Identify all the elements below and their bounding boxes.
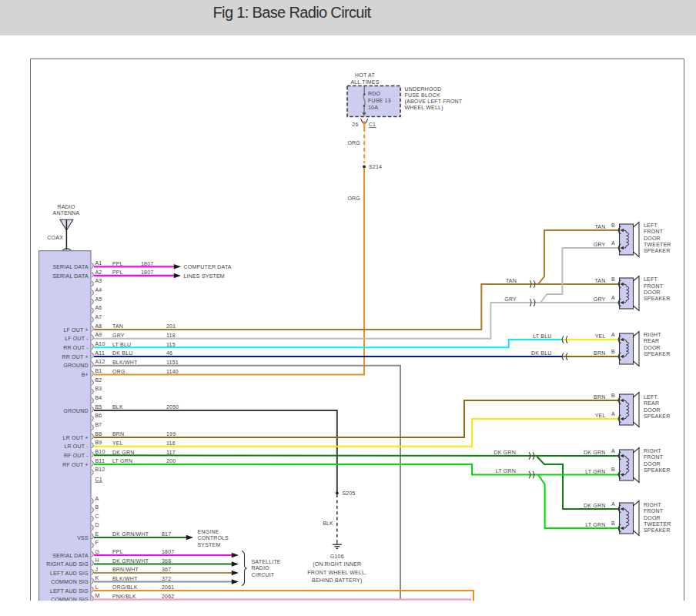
svg-text:ANTENNA: ANTENNA [53, 210, 80, 216]
svg-text:L: L [95, 584, 99, 590]
svg-text:PPL: PPL [112, 261, 123, 266]
svg-text:SPEAKER: SPEAKER [644, 296, 670, 301]
svg-text:B9: B9 [95, 440, 102, 445]
svg-text:CIRCUIT: CIRCUIT [252, 572, 275, 578]
svg-text:GRY: GRY [504, 296, 517, 302]
svg-text:TWEETER: TWEETER [644, 242, 671, 247]
svg-text:RIGHT AUD SIG: RIGHT AUD SIG [46, 561, 89, 567]
svg-text:116: 116 [166, 440, 176, 446]
svg-text:DOOR: DOOR [644, 236, 661, 241]
svg-text:COMMON SIG: COMMON SIG [51, 597, 89, 602]
svg-text:A3: A3 [95, 278, 102, 283]
svg-text:A4: A4 [95, 287, 102, 293]
svg-text:(ON RIGHT INNER: (ON RIGHT INNER [313, 561, 361, 567]
svg-text:LEFT AUD SIG: LEFT AUD SIG [50, 588, 89, 594]
svg-text:H: H [95, 557, 99, 563]
svg-text:LR OUT +: LR OUT + [63, 435, 89, 440]
svg-text:B: B [611, 276, 615, 282]
svg-text:SYSTEM: SYSTEM [198, 542, 221, 547]
svg-text:B: B [611, 467, 615, 472]
svg-text:RF OUT -: RF OUT - [64, 453, 89, 458]
svg-text:ORG/BLK: ORG/BLK [112, 584, 138, 590]
svg-text:DOOR: DOOR [644, 515, 661, 521]
svg-text:SPEAKER: SPEAKER [644, 351, 670, 357]
svg-text:B1: B1 [95, 368, 102, 373]
svg-text:A10: A10 [95, 341, 105, 346]
svg-text:118: 118 [166, 333, 176, 338]
svg-text:117: 117 [166, 450, 176, 455]
svg-text:2062: 2062 [162, 594, 174, 599]
svg-text:TAN: TAN [594, 278, 605, 283]
svg-text:LT BLU: LT BLU [112, 342, 131, 347]
svg-text:B: B [611, 393, 615, 398]
svg-text:B11: B11 [95, 458, 105, 464]
svg-text:SPEAKER: SPEAKER [644, 527, 670, 533]
svg-text:DK GRN/WHT: DK GRN/WHT [112, 531, 149, 537]
svg-text:LEFT: LEFT [644, 394, 658, 400]
svg-text:B: B [611, 521, 615, 526]
svg-text:BRN: BRN [594, 350, 605, 356]
svg-text:FRONT: FRONT [644, 454, 664, 460]
svg-text:UNDERHOOD: UNDERHOOD [405, 86, 442, 92]
svg-text:DOOR: DOOR [644, 461, 661, 467]
svg-text:FRONT: FRONT [644, 229, 664, 234]
svg-text:SERIAL DATA: SERIAL DATA [52, 264, 89, 270]
svg-text:B8: B8 [95, 431, 102, 437]
svg-text:FRONT WHEEL WELL,: FRONT WHEEL WELL, [307, 570, 366, 575]
svg-text:B7: B7 [95, 422, 102, 427]
svg-text:SPEAKER: SPEAKER [644, 467, 670, 473]
svg-text:A: A [95, 496, 99, 501]
svg-text:B: B [611, 349, 615, 354]
svg-text:1807: 1807 [141, 270, 153, 275]
svg-text:1140: 1140 [166, 369, 179, 374]
svg-text:DK GRN: DK GRN [584, 503, 605, 508]
svg-text:RIGHT: RIGHT [644, 502, 661, 507]
svg-text:A: A [611, 332, 615, 337]
svg-text:K: K [95, 575, 99, 581]
svg-text:A7: A7 [95, 314, 102, 320]
svg-text:YEL: YEL [595, 413, 606, 418]
svg-text:A11: A11 [95, 350, 105, 356]
svg-text:LR OUT -: LR OUT - [64, 444, 89, 449]
svg-text:GRY: GRY [594, 242, 606, 247]
svg-text:TAN: TAN [112, 323, 123, 329]
svg-text:ENGINE: ENGINE [198, 529, 219, 534]
svg-text:A: A [611, 295, 615, 300]
svg-text:LT BLU: LT BLU [533, 333, 551, 339]
svg-text:COMMON SIG: COMMON SIG [51, 579, 89, 584]
svg-text:RR OUT -: RR OUT - [63, 345, 89, 350]
svg-text:PPL: PPL [112, 549, 123, 554]
svg-text:C1: C1 [369, 122, 376, 127]
svg-text:ORG: ORG [112, 369, 125, 374]
svg-text:PPL: PPL [112, 270, 123, 275]
svg-text:TAN: TAN [506, 278, 517, 283]
svg-text:2050: 2050 [166, 404, 179, 410]
svg-text:RIGHT: RIGHT [644, 332, 661, 337]
svg-text:B+: B+ [82, 372, 89, 377]
svg-text:B10: B10 [95, 449, 105, 454]
svg-text:M: M [95, 593, 100, 598]
svg-text:B4: B4 [95, 395, 102, 400]
svg-text:DK BLU: DK BLU [531, 350, 552, 356]
svg-text:LT GRN: LT GRN [585, 522, 605, 527]
svg-text:G106: G106 [330, 554, 344, 559]
svg-text:A: A [611, 240, 615, 246]
svg-text:S205: S205 [343, 490, 356, 496]
svg-text:1807: 1807 [162, 549, 174, 554]
svg-text:GRY: GRY [594, 296, 606, 302]
svg-text:B: B [611, 223, 615, 228]
svg-text:B2: B2 [95, 377, 102, 383]
svg-text:DK GRN: DK GRN [494, 450, 516, 455]
svg-text:LEFT: LEFT [644, 223, 658, 228]
svg-text:RR OUT +: RR OUT + [62, 354, 88, 360]
svg-text:A6: A6 [95, 305, 102, 310]
svg-text:DOOR: DOOR [644, 290, 661, 295]
svg-text:REAR: REAR [644, 400, 659, 406]
svg-text:CONTROLS: CONTROLS [198, 535, 229, 541]
svg-text:RF OUT +: RF OUT + [62, 462, 89, 467]
svg-text:ORG: ORG [347, 196, 360, 201]
svg-text:GROUND: GROUND [63, 408, 88, 413]
svg-text:SERIAL DATA: SERIAL DATA [52, 553, 89, 558]
svg-text:BRN: BRN [594, 394, 605, 400]
svg-text:BLK: BLK [112, 404, 123, 410]
